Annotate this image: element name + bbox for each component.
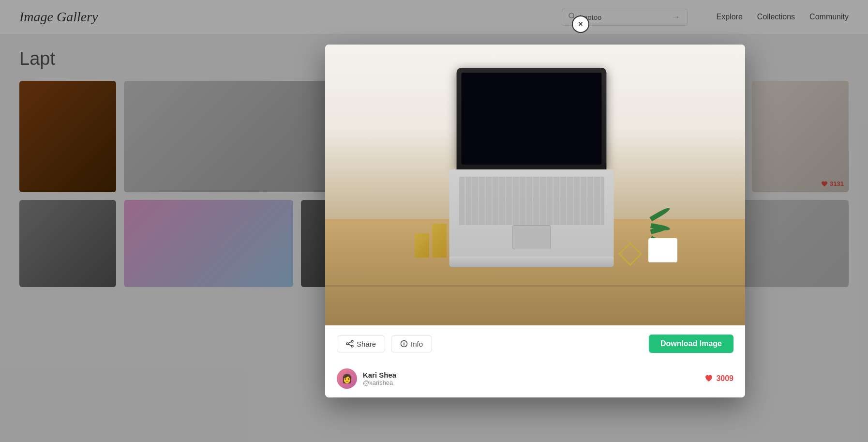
svg-line-6 — [348, 344, 351, 346]
laptop — [457, 68, 614, 267]
image-modal: Share Info Download Image 👩 — [325, 45, 745, 397]
svg-point-2 — [346, 343, 348, 345]
download-button[interactable]: Download Image — [649, 335, 733, 353]
laptop-screen — [462, 73, 602, 165]
info-icon — [400, 340, 408, 348]
download-label: Download Image — [660, 339, 722, 348]
gold-block-1 — [415, 233, 429, 258]
plant-decoration — [648, 238, 677, 262]
laptop-keyboard — [459, 177, 604, 225]
plant-pot — [648, 238, 677, 262]
modal-image — [325, 45, 745, 325]
like-count: 3009 — [704, 374, 733, 383]
laptop-base — [449, 257, 614, 267]
gold-block-2 — [432, 224, 447, 258]
author-avatar: 👩 — [337, 368, 357, 389]
laptop-screen-housing — [457, 68, 607, 169]
author-section: 👩 Kari Shea @karishea 3009 — [325, 362, 745, 397]
info-label: Info — [411, 340, 423, 348]
author-name: Kari Shea — [363, 371, 396, 379]
laptop-trackpad — [512, 225, 551, 249]
share-label: Share — [357, 340, 376, 348]
plant-leaves — [651, 217, 673, 241]
svg-line-5 — [348, 342, 351, 343]
footer-actions: Share Info — [337, 335, 432, 352]
svg-point-4 — [351, 345, 353, 347]
close-button[interactable]: × — [572, 15, 589, 33]
leaf-1 — [650, 206, 671, 221]
info-button[interactable]: Info — [391, 335, 432, 352]
laptop-keyboard-area — [449, 169, 614, 257]
modal-footer: Share Info Download Image — [325, 325, 745, 362]
share-icon — [346, 340, 354, 348]
author-handle: @karishea — [363, 379, 396, 386]
desk-stripe — [325, 285, 745, 287]
like-number: 3009 — [716, 374, 733, 383]
heart-icon — [704, 374, 713, 383]
svg-point-3 — [351, 340, 353, 342]
svg-point-9 — [404, 342, 404, 343]
author-info: Kari Shea @karishea — [363, 371, 396, 386]
avatar-emoji: 👩 — [342, 373, 352, 384]
share-button[interactable]: Share — [337, 335, 385, 352]
